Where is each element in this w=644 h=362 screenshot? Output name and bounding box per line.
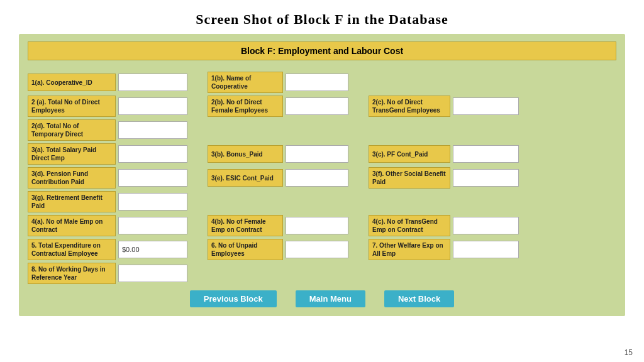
male-emp-contract-input[interactable] (118, 217, 187, 234)
other-welfare-input[interactable] (453, 241, 519, 258)
total-salary-label: 3(a). Total Salary Paid Direct Emp (28, 143, 116, 165)
esic-cont-label: 3(e). ESIC Cont_Paid (208, 169, 283, 187)
female-emp-contract-input[interactable] (286, 217, 348, 234)
total-expenditure-label: 5. Total Expenditure on Contractual Empl… (28, 239, 116, 260)
cooperative-id-input[interactable] (118, 74, 187, 91)
other-social-label: 3(f). Other Social Benefit Paid (369, 167, 450, 189)
name-of-cooperative-input[interactable] (286, 74, 348, 91)
male-emp-contract-label: 4(a). No of Male Emp on Contract (28, 215, 116, 236)
page-number: 15 (625, 348, 633, 357)
bonus-paid-label: 3(b). Bonus_Paid (208, 145, 283, 163)
name-of-cooperative-label: 1(b). Name of Cooperative (208, 72, 283, 93)
bonus-paid-input[interactable] (286, 145, 348, 163)
direct-female-emp-label: 2(b). No of Direct Female Employees (208, 96, 283, 117)
total-temp-direct-input[interactable] (118, 121, 187, 139)
block-title: Block F: Employment and Labour Cost (28, 41, 616, 60)
female-emp-contract-label: 4(b). No of Female Emp on Contract (208, 215, 283, 236)
working-days-input[interactable] (118, 265, 187, 282)
direct-transgend-input[interactable] (453, 97, 519, 115)
pf-cont-input[interactable] (453, 145, 519, 163)
main-menu-button[interactable]: Main Menu (296, 290, 365, 307)
pension-fund-label: 3(d). Pension Fund Contribution Paid (28, 167, 116, 189)
direct-female-emp-input[interactable] (286, 97, 348, 115)
other-social-input[interactable] (453, 169, 519, 187)
unpaid-employees-label: 6. No of Unpaid Employees (208, 239, 283, 260)
total-temp-direct-label: 2(d). Total No of Temporary Direct (28, 119, 116, 141)
total-expenditure-input[interactable] (118, 241, 187, 258)
working-days-label: 8. No of Working Days in Reference Year (28, 263, 116, 284)
unpaid-employees-input[interactable] (286, 241, 348, 258)
page-title: Screen Shot of Block F in the Database (0, 0, 644, 34)
total-direct-emp-input[interactable] (118, 97, 187, 115)
direct-transgend-label: 2(c). No of Direct TransGend Employees (369, 96, 450, 117)
transgend-contract-label: 4(c). No of TransGend Emp on Contract (369, 215, 450, 236)
outer-container: Block F: Employment and Labour Cost 1(a)… (19, 34, 625, 316)
pf-cont-label: 3(c). PF Cont_Paid (369, 145, 450, 163)
next-block-button[interactable]: Next Block (384, 290, 454, 307)
pension-fund-input[interactable] (118, 169, 187, 187)
other-welfare-label: 7. Other Welfare Exp on All Emp (369, 239, 450, 260)
cooperative-id-label: 1(a). Cooperative_ID (28, 74, 116, 91)
transgend-contract-input[interactable] (453, 217, 519, 234)
prev-block-button[interactable]: Previous Block (190, 290, 277, 307)
total-salary-input[interactable] (118, 145, 187, 163)
esic-cont-input[interactable] (286, 169, 348, 187)
retirement-label: 3(g). Retirement Benefit Paid (28, 191, 116, 212)
retirement-input[interactable] (118, 193, 187, 211)
total-direct-emp-label: 2 (a). Total No of Direct Employees (28, 96, 116, 117)
